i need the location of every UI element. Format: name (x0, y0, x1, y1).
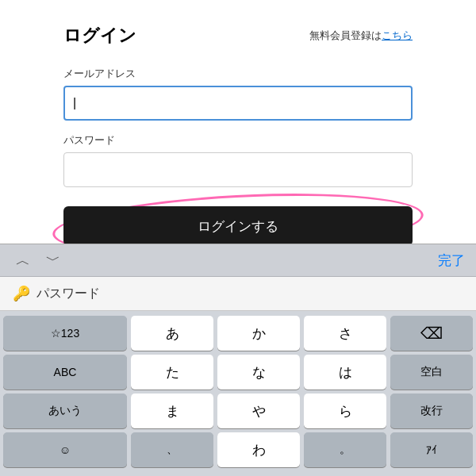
email-input[interactable] (63, 86, 413, 121)
login-header: ログイン 無料会員登録はこちら (63, 24, 413, 48)
key-period[interactable]: 。 (304, 432, 386, 467)
key-newline2[interactable]: ｱｲ (390, 432, 473, 467)
register-text: 無料会員登録は (309, 29, 382, 41)
key-wa[interactable]: わ (217, 432, 300, 467)
password-input[interactable] (63, 152, 413, 187)
key-row-1: ☆123 あ か さ ⌫ (3, 316, 473, 351)
key-return[interactable]: 改行 (390, 393, 473, 428)
key-row-3: あいう ま や ら 改行 (3, 393, 473, 428)
key-ya[interactable]: や (217, 393, 300, 428)
toolbar-up-button[interactable]: ︿ (11, 249, 35, 271)
key-row-2: ABC た な は 空白 (3, 355, 473, 390)
password-suggestion-text: パスワード (36, 286, 100, 302)
password-field-group: パスワード (63, 133, 413, 200)
key-ka[interactable]: か (217, 316, 300, 351)
toolbar-nav: ︿ ﹀ (11, 249, 65, 271)
key-punct[interactable]: 、 (131, 432, 213, 467)
key-ra[interactable]: ら (304, 393, 386, 428)
login-button[interactable]: ログインする (63, 206, 413, 246)
key-a[interactable]: あ (131, 316, 213, 351)
password-suggestion-bar[interactable]: 🔑 パスワード (0, 277, 476, 311)
key-na[interactable]: な (217, 355, 300, 390)
password-label: パスワード (63, 133, 413, 148)
key-icon: 🔑 (13, 285, 30, 302)
key-ta[interactable]: た (131, 355, 213, 390)
page-title: ログイン (63, 24, 136, 48)
key-emoji[interactable]: ☺ (3, 432, 127, 467)
key-aiueo[interactable]: あいう (3, 393, 127, 428)
key-space[interactable]: 空白 (390, 355, 473, 390)
login-button-wrapper: ログインする (63, 203, 413, 246)
email-label: メールアドレス (63, 67, 413, 81)
toolbar-down-button[interactable]: ﹀ (41, 249, 65, 271)
key-123[interactable]: ☆123 (3, 316, 127, 351)
register-link[interactable]: こちら (382, 29, 413, 41)
key-ha[interactable]: は (304, 355, 386, 390)
key-ma[interactable]: ま (131, 393, 213, 428)
keyboard-rows: ☆123 あ か さ ⌫ ABC た な は 空白 あいう ま や ら 改行 ☺… (0, 311, 476, 476)
key-sa[interactable]: さ (304, 316, 386, 351)
register-link-container: 無料会員登録はこちら (309, 29, 413, 43)
key-row-4: ☺ 、 わ 。 ｱｲ (3, 432, 473, 467)
email-field-group: メールアドレス (63, 67, 413, 133)
keyboard-area: ︿ ﹀ 完了 🔑 パスワード ☆123 あ か さ ⌫ ABC た な は 空白… (0, 244, 476, 476)
login-section: ログイン 無料会員登録はこちら メールアドレス パスワード ログインする (0, 0, 476, 262)
keyboard-toolbar: ︿ ﹀ 完了 (0, 244, 476, 277)
key-abc[interactable]: ABC (3, 355, 127, 390)
key-delete[interactable]: ⌫ (390, 316, 473, 351)
toolbar-done-button[interactable]: 完了 (438, 251, 465, 270)
